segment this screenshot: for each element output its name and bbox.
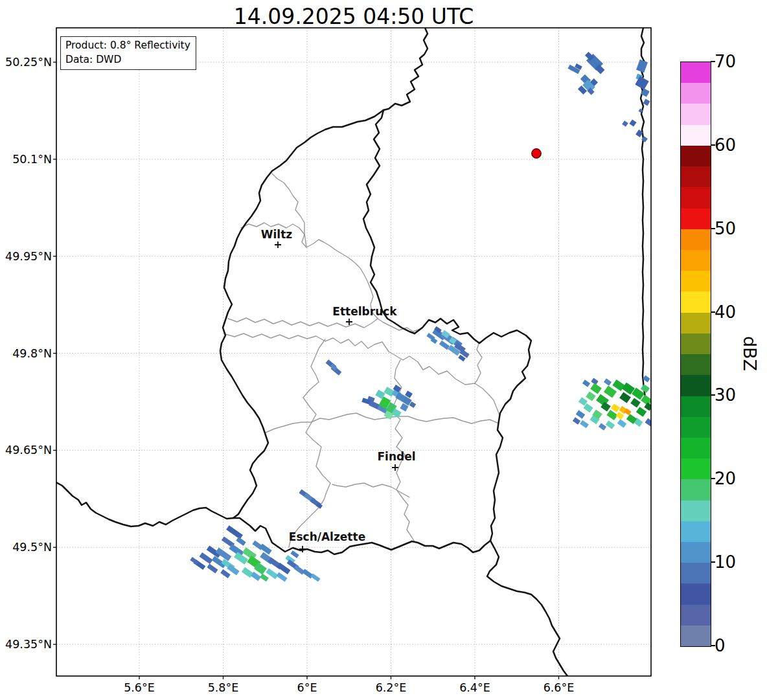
border-moselle-river — [490, 366, 527, 541]
colorbar-tick-mark — [711, 311, 715, 313]
colorbar-segment — [681, 354, 711, 375]
echo-cell — [590, 383, 602, 394]
colorbar-tick-mark — [711, 61, 715, 62]
colorbar-tick-label: 0 — [715, 636, 760, 655]
echo-cell — [576, 410, 585, 418]
colorbar-segment — [681, 583, 711, 604]
colorbar-tick-mark — [711, 144, 715, 146]
city-plus-marker — [346, 319, 352, 325]
plot-frame — [56, 28, 651, 676]
colorbar — [680, 62, 711, 647]
colorbar-segment — [681, 166, 711, 187]
x-tick-label: 5.6°E — [124, 681, 155, 694]
city-plus-marker — [275, 242, 281, 248]
x-tick-label: 6°E — [297, 681, 317, 694]
border-belgium-germany — [384, 28, 428, 110]
x-tick-label: 5.8°E — [208, 681, 239, 694]
echo-cluster-small-streak-west — [326, 359, 342, 376]
colorbar-segment — [681, 187, 711, 208]
echo-cluster-east-storm — [573, 376, 653, 431]
echo-cell — [636, 60, 648, 73]
echo-cell — [586, 391, 596, 401]
colorbar-segment — [681, 563, 711, 583]
echo-cell — [200, 552, 213, 564]
colorbar-segment — [681, 458, 711, 479]
echo-cell — [617, 419, 626, 427]
colorbar-segment — [681, 542, 711, 563]
echo-cluster-east-cluster — [426, 326, 469, 362]
x-tick-label: 6.2°E — [376, 681, 407, 694]
echo-cell — [582, 379, 590, 387]
echo-cell — [604, 385, 617, 398]
echo-cell — [260, 574, 269, 582]
colorbar-segment — [681, 333, 711, 354]
map-canvas: 5.6°E5.8°E6°E6.2°E6.4°E6.6°E50.25°N50.1°… — [0, 0, 767, 700]
echo-cell — [311, 574, 321, 582]
colorbar-segment — [681, 209, 711, 229]
data-source-line: Data: DWD — [65, 52, 190, 67]
y-tick-label: 49.35°N — [5, 638, 52, 651]
city-label: Esch/Alzette — [289, 530, 365, 543]
colorbar-segment — [681, 396, 711, 417]
echo-cell — [629, 119, 636, 126]
radar-site-dot — [532, 149, 541, 158]
city-label: Wiltz — [261, 228, 293, 241]
echo-cell — [276, 572, 287, 582]
district-border — [475, 342, 482, 383]
y-tick-label: 49.5°N — [12, 541, 52, 554]
colorbar-segment — [681, 417, 711, 438]
border-france-germany — [487, 541, 567, 676]
district-border — [289, 339, 330, 547]
echo-cell — [641, 384, 650, 393]
colorbar-segment — [681, 62, 711, 83]
colorbar-tick-label: 10 — [715, 552, 760, 572]
colorbar-segment — [681, 313, 711, 333]
echo-cell — [599, 423, 606, 430]
colorbar-unit-label: dBZ — [740, 336, 760, 371]
echo-cell — [606, 420, 615, 429]
colorbar-tick-mark — [711, 561, 715, 563]
echo-cell — [226, 525, 243, 539]
echo-cell — [573, 417, 580, 424]
city-plus-marker — [299, 546, 306, 552]
echo-cell — [604, 378, 612, 385]
radar-figure: { "title": "14.09.2025 04:50 UTC", "info… — [0, 0, 767, 700]
colorbar-segment — [681, 146, 711, 166]
echo-cell — [259, 544, 271, 555]
y-tick-label: 50.1°N — [12, 153, 52, 166]
colorbar-segment — [681, 125, 711, 146]
y-tick-label: 49.65°N — [5, 444, 52, 457]
echo-cell — [439, 341, 450, 350]
border-sauer-river — [415, 319, 531, 366]
colorbar-tick-label: 70 — [715, 52, 760, 71]
echo-cell — [636, 407, 647, 417]
border-france-belgium — [56, 482, 233, 526]
border-our-river — [363, 110, 415, 333]
colorbar-segment — [681, 291, 711, 312]
colorbar-tick-mark — [711, 478, 715, 479]
colorbar-segment — [681, 83, 711, 104]
colorbar-segment — [681, 438, 711, 458]
colorbar-tick-label: 30 — [715, 385, 760, 405]
echo-cell — [580, 420, 589, 429]
colorbar-segment — [681, 501, 711, 521]
echo-cell — [643, 99, 650, 106]
echo-cell — [220, 569, 230, 578]
radar-site-marker — [532, 149, 541, 158]
echo-cell — [616, 412, 624, 420]
district-border — [332, 483, 409, 497]
colorbar-segment — [681, 605, 711, 626]
colorbar-tick-label: 50 — [715, 219, 760, 238]
product-line: Product: 0.8° Reflectivity — [65, 38, 190, 52]
y-tick-label: 49.95°N — [5, 250, 52, 263]
echo-cell — [207, 564, 218, 574]
echo-cluster-northeast-specks — [567, 52, 650, 142]
colorbar-tick-mark — [711, 394, 715, 396]
colorbar-tick-label: 40 — [715, 302, 760, 322]
echo-cluster-central-cluster — [361, 385, 416, 420]
echo-cell — [630, 398, 641, 407]
echo-cell — [645, 418, 654, 426]
colorbar-tick-mark — [711, 645, 715, 646]
x-tick-label: 6.6°E — [544, 681, 575, 694]
city-label: Findel — [377, 450, 415, 463]
